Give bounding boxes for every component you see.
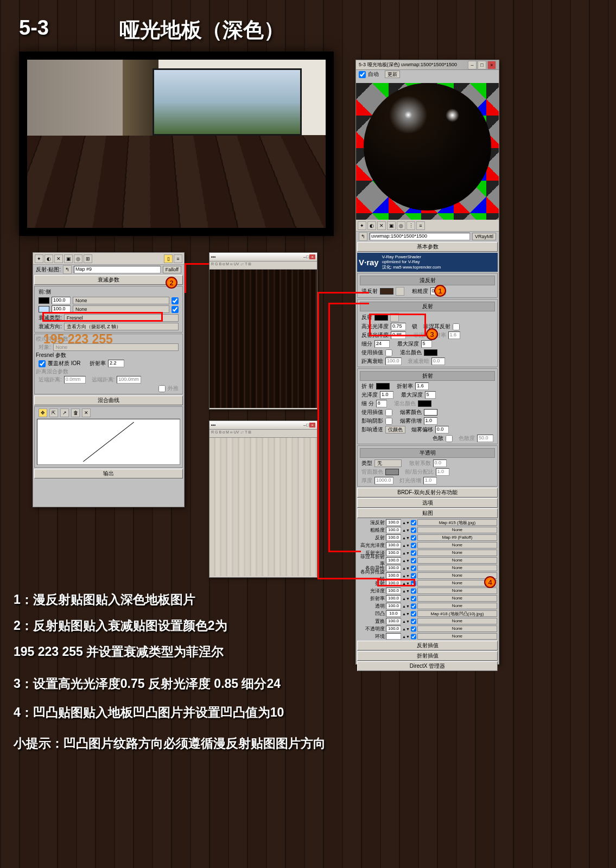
pick-icon[interactable]: ✦ (358, 221, 366, 230)
map-on[interactable] (411, 633, 416, 640)
f-swatch1[interactable] (39, 297, 49, 304)
map-val[interactable]: 100.0 (386, 534, 401, 541)
curve-add-icon[interactable]: ↗ (60, 409, 69, 417)
map-btn[interactable]: Map #15 (地板.jpg) (417, 519, 497, 526)
map-spin[interactable]: ▲▼ (402, 597, 410, 601)
map-spin[interactable]: ▲▼ (402, 528, 410, 532)
f-a-icon[interactable]: ▣ (64, 254, 73, 263)
assign-icon[interactable]: ◐ (367, 221, 376, 230)
map-on[interactable] (411, 550, 416, 557)
update-btn[interactable]: 更新 (385, 71, 400, 78)
scat-val[interactable]: 0.0 (433, 459, 447, 467)
f-parent-icon[interactable]: ↰ (63, 265, 72, 274)
refr-interp-bar[interactable]: 折射插值 (357, 651, 498, 661)
map-on[interactable] (411, 595, 416, 602)
f-cb2[interactable] (172, 306, 179, 313)
light-wood-texture[interactable] (209, 438, 317, 576)
dimf-val[interactable]: 0.0 (431, 358, 445, 365)
mtl-type[interactable]: VRayMtl (472, 233, 496, 240)
map-btn[interactable]: None (417, 565, 497, 571)
brdf-bar[interactable]: BRDF-双向反射分布功能 (357, 488, 498, 497)
lm-val[interactable]: 1.0 (423, 477, 437, 484)
fb-val[interactable]: 1.0 (436, 468, 449, 476)
map-on[interactable] (411, 534, 416, 541)
shadow-check[interactable] (385, 418, 392, 425)
map-spin[interactable]: ▲▼ (402, 620, 410, 623)
map-on[interactable] (411, 618, 416, 625)
curve-canvas[interactable] (37, 419, 180, 465)
mat-titlebar[interactable]: 5-3 哑光地板(深色) uvwmap:1500*1500*1500 –□× (356, 60, 499, 70)
go-parent-icon[interactable]: ↰ (359, 232, 367, 241)
f-cb1[interactable] (172, 297, 179, 304)
dark-wood-tb[interactable]: ▪▪▪–□× (209, 253, 317, 261)
map-on[interactable] (411, 527, 416, 534)
f-override-cb[interactable] (39, 360, 46, 367)
close-icon[interactable]: × (487, 61, 496, 69)
map-spin[interactable]: ▲▼ (402, 589, 410, 593)
map-spin[interactable]: ▲▼ (402, 536, 410, 540)
fior-val[interactable]: 1.6 (448, 331, 460, 339)
map-val[interactable]: 100.0 (386, 603, 401, 609)
basic-header[interactable]: 基本参数 (357, 242, 498, 252)
map-spin[interactable]: ▲▼ (402, 635, 410, 639)
rior-val[interactable]: 1.6 (415, 382, 429, 390)
map-spin[interactable]: ▲▼ (402, 544, 410, 547)
map-btn[interactable]: None (417, 618, 497, 624)
sub-val[interactable]: 24 (374, 340, 390, 348)
map-btn[interactable]: None (417, 626, 497, 632)
f-pick-icon[interactable]: ✦ (35, 254, 43, 263)
dark-wood-texture[interactable] (209, 270, 317, 408)
reset-icon[interactable]: ✕ (377, 221, 386, 230)
f-map1[interactable]: None (73, 297, 169, 304)
fres-check[interactable] (453, 323, 460, 330)
map-on[interactable] (411, 565, 416, 572)
map-btn[interactable]: None (417, 557, 497, 564)
obj-name[interactable]: uvwmap:1500*1500*1500 (370, 233, 470, 240)
map-val[interactable] (386, 633, 401, 640)
back-swatch[interactable] (385, 469, 399, 475)
map-on[interactable] (411, 603, 416, 610)
map-spin[interactable]: ▲▼ (402, 566, 410, 570)
f-output-hd[interactable]: 输出 (34, 469, 183, 478)
map-val[interactable]: 100.0 (386, 519, 401, 526)
map-spin[interactable]: ▲▼ (402, 551, 410, 555)
rmaxd-val[interactable]: 5 (425, 391, 436, 399)
map-on[interactable] (411, 542, 416, 549)
f-d-icon[interactable]: ≡ (174, 254, 182, 263)
fogc-swatch[interactable] (424, 409, 437, 416)
map-spin[interactable]: ▲▼ (402, 612, 410, 616)
maps-bar[interactable]: 贴图 (357, 508, 498, 518)
min-icon[interactable]: – (468, 61, 477, 69)
f-maptype[interactable]: Falloff (163, 266, 181, 273)
f-far-val[interactable]: 100.0mm (117, 376, 141, 384)
map-val[interactable]: 100.0 (386, 557, 401, 564)
map-val[interactable]: 100.0 (386, 626, 401, 632)
maxd-val[interactable]: 5 (421, 340, 432, 348)
dx-bar[interactable]: DirectX 管理器 (357, 661, 498, 671)
map-val[interactable]: 10.0 (386, 610, 401, 617)
map-btn[interactable]: None (417, 595, 497, 602)
map-btn[interactable]: None (417, 527, 497, 533)
f-c-icon[interactable]: ⊞ (84, 254, 92, 263)
map-spin[interactable]: ▲▼ (402, 627, 410, 631)
tree-icon[interactable]: ≡ (416, 221, 425, 230)
map-spin[interactable]: ▲▼ (402, 521, 410, 525)
interp-check[interactable] (385, 349, 392, 356)
map-val[interactable]: 100.0 (386, 588, 401, 594)
map-on[interactable] (411, 588, 416, 595)
rexit-swatch[interactable] (418, 400, 431, 407)
curve-reset-icon[interactable]: ✕ (82, 409, 91, 417)
dim-val[interactable]: 100.0 (385, 358, 402, 365)
curve-del-icon[interactable]: 🗑 (71, 409, 80, 417)
map-val[interactable]: 100.0 (386, 618, 401, 624)
dark-wood-menu[interactable]: R G B α M ∞ UV ↓↑ T ⊞ (209, 261, 317, 270)
map-val[interactable]: 100.0 (386, 595, 401, 602)
map-val[interactable]: 100.0 (386, 527, 401, 533)
opts-bar[interactable]: 选项 (357, 498, 498, 508)
f-curve-hd[interactable]: 混合曲线 (34, 395, 183, 405)
map-on[interactable] (411, 557, 416, 564)
diffuse-map-btn[interactable] (396, 287, 404, 296)
curve-move-icon[interactable]: ✥ (39, 409, 47, 417)
refr-swatch[interactable] (376, 383, 390, 390)
f-near-val[interactable]: 0.0mm (64, 376, 86, 384)
